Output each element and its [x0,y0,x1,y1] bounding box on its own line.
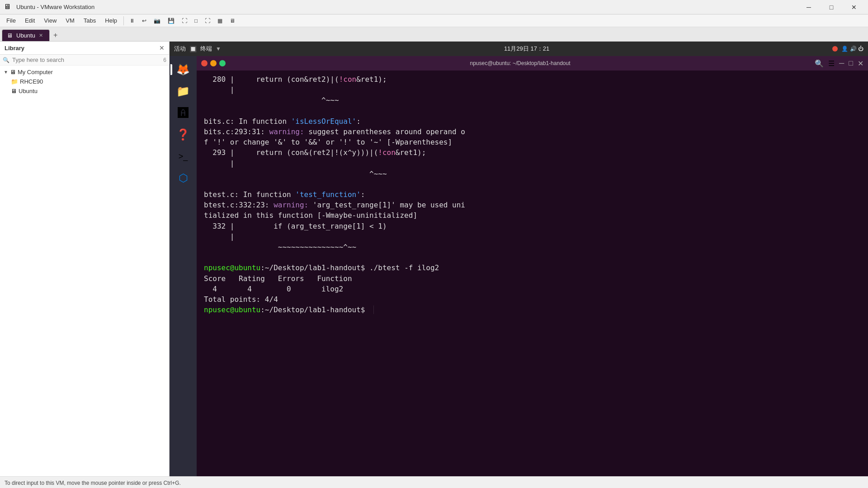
vm-area: 活动 🔲 终端 ▼ 11月29日 17：21 👤 🔊 ⏻ 🦊 📁 [170,42,868,476]
menu-help[interactable]: Help [100,15,122,26]
terminal-icon: >_ [179,152,188,161]
menu-edit[interactable]: Edit [20,15,39,26]
titlebar: 🖥 Ubuntu - VMware Workstation ─ □ ✕ [0,0,868,14]
fullscreen-button[interactable]: ⛶ [201,17,214,25]
sidebar-tree: ▼ 🖥 My Computer 📁 RHCE90 🖥 Ubuntu [0,66,169,98]
tab-add-button[interactable]: + [50,29,61,41]
sidebar-header: Library ✕ [0,42,169,55]
view-button[interactable]: □ [191,17,201,25]
close-button[interactable]: ✕ [844,0,864,14]
dock-item-firefox[interactable]: 🦊 [173,60,193,80]
revert-button[interactable]: ↩ [138,17,150,25]
dock-item-vscode[interactable]: ⬡ [173,168,193,188]
terminal-winclose-icon[interactable]: ✕ [858,59,863,68]
terminal-titlebar-right: 🔍 ☰ ─ □ ✕ [815,59,863,68]
tree-item-ubuntu[interactable]: 🖥 Ubuntu [0,86,169,96]
fit-button[interactable]: ⛶ [178,17,191,25]
terminal-titlebar: npusec@ubuntu: ~/Desktop/lab1-handout 🔍 … [197,56,868,70]
tree-label-rhce90: RHCE90 [20,78,43,85]
minimize-button[interactable]: ─ [798,0,819,14]
app-icon: 🖥 [4,3,13,12]
menubar: File Edit View VM Tabs Help ⏸ ↩ 📷 💾 ⛶ □ … [0,14,868,27]
window-controls: ─ □ ✕ [798,0,864,14]
dock-item-files[interactable]: 📁 [173,81,193,101]
sidebar-title: Library [5,45,24,52]
ubuntu-terminal-label: 终端 [200,45,212,53]
terminal-winmin-icon[interactable]: ─ [839,59,844,68]
ubuntu-topbar-right: 👤 🔊 ⏻ [832,46,863,52]
tree-icon-mycomputer: 🖥 [10,69,16,75]
tree-icon-rhce90: 📁 [11,78,18,85]
terminal-code: 280 | return (con&ret2)|(!con&ret1); | ^… [204,74,861,315]
tree-icon-ubuntu: 🖥 [11,88,17,94]
statusbar-text: To direct input to this VM, move the mou… [5,480,181,486]
maximize-button[interactable]: □ [821,0,842,14]
ubuntu-datetime: 11月29日 17：21 [504,45,549,52]
terminal-close-button[interactable] [201,60,208,66]
display-button[interactable]: 🖥 [226,17,239,25]
vm-main-row: 🦊 📁 🅰 ❓ >_ ⬡ [170,56,868,476]
vscode-icon: ⬡ [179,172,188,184]
statusbar: To direct input to this VM, move the mou… [0,476,868,488]
tree-arrow-mycomputer: ▼ [4,70,8,75]
help-icon: ❓ [176,128,190,141]
terminal-window: npusec@ubuntu: ~/Desktop/lab1-handout 🔍 … [197,56,868,476]
dock-item-help[interactable]: ❓ [173,125,193,145]
terminal-maximize-button[interactable] [219,60,226,66]
dock-item-terminal[interactable]: >_ [173,146,193,166]
tree-item-rhce90[interactable]: 📁 RHCE90 [0,77,169,86]
firefox-icon: 🦊 [176,63,190,76]
menu-file[interactable]: File [2,15,20,26]
terminal-winmax-icon[interactable]: □ [849,59,853,68]
appstore-icon: 🅰 [178,107,189,119]
app-title: Ubuntu - VMware Workstation [16,4,798,10]
search-icon: 🔍 [3,57,9,63]
console-button[interactable]: ▦ [214,17,226,25]
pause-button[interactable]: ⏸ [126,17,138,25]
files-icon: 📁 [176,85,190,98]
terminal-content[interactable]: 280 | return (con&ret2)|(!con&ret1); | ^… [197,70,868,476]
sidebar-close-button[interactable]: ✕ [159,44,165,52]
tab-ubuntu-icon: 🖥 [7,32,13,39]
tree-label-ubuntu: Ubuntu [19,88,38,94]
suspend-button[interactable]: 💾 [164,17,178,25]
main-layout: Library ✕ 🔍 6 ▼ 🖥 My Computer 📁 RHCE90 🖥… [0,42,868,476]
menubar-separator [123,16,124,25]
terminal-window-controls [201,60,226,66]
terminal-title: npusec@ubuntu: ~/Desktop/lab1-handout [226,60,815,66]
terminal-menu-icon[interactable]: ☰ [828,59,835,68]
search-input[interactable] [12,56,163,63]
terminal-minimize-button[interactable] [210,60,217,66]
snapshot-button[interactable]: 📷 [150,17,164,25]
tab-ubuntu-label: Ubuntu [16,32,35,39]
menu-view[interactable]: View [39,15,61,26]
menu-vm[interactable]: VM [61,15,79,26]
terminal-search-icon[interactable]: 🔍 [815,59,824,68]
tab-bar: 🖥 Ubuntu ✕ + [0,27,868,42]
ubuntu-topbar-left: 活动 🔲 终端 ▼ [174,45,221,53]
tree-item-mycomputer[interactable]: ▼ 🖥 My Computer [0,67,169,77]
tree-label-mycomputer: My Computer [18,69,53,75]
ubuntu-topbar: 活动 🔲 终端 ▼ 11月29日 17：21 👤 🔊 ⏻ [170,42,868,56]
search-count: 6 [163,57,166,63]
menu-tabs[interactable]: Tabs [79,15,100,26]
ubuntu-topbar-center: 11月29日 17：21 [504,45,549,53]
status-dot-red [832,46,838,52]
ubuntu-activities[interactable]: 活动 [174,45,186,53]
ubuntu-dock: 🦊 📁 🅰 ❓ >_ ⬡ [170,56,197,476]
search-box: 🔍 6 [0,55,169,66]
dock-item-appstore[interactable]: 🅰 [173,103,193,123]
tab-close-button[interactable]: ✕ [39,33,43,38]
sidebar: Library ✕ 🔍 6 ▼ 🖥 My Computer 📁 RHCE90 🖥… [0,42,170,476]
tab-ubuntu[interactable]: 🖥 Ubuntu ✕ [2,29,50,41]
topbar-icons: 👤 🔊 ⏻ [841,46,863,52]
